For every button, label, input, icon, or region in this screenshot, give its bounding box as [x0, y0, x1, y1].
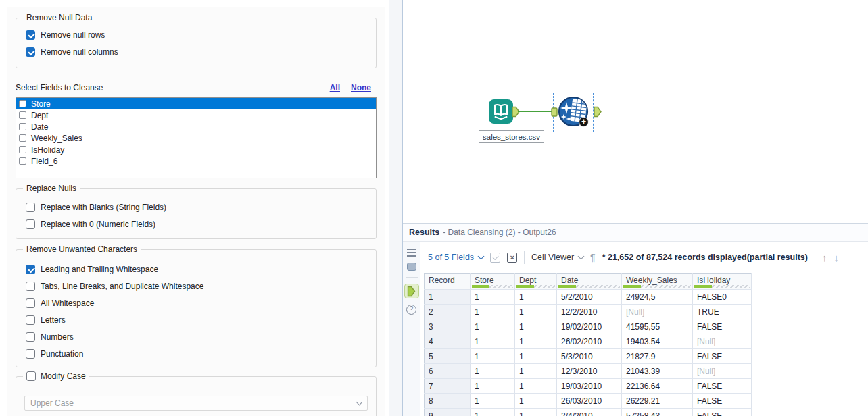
record-number-cell[interactable]: 6 [425, 364, 471, 379]
input-anchor-icon[interactable] [551, 107, 558, 117]
checkbox-option[interactable]: Leading and Trailing Whitespace [26, 265, 376, 274]
data-cell[interactable]: [Null] [693, 364, 752, 379]
checkbox-option[interactable]: All Whitespace [26, 298, 376, 308]
data-cell[interactable]: TRUE [693, 305, 752, 319]
data-cell[interactable]: 1 [515, 334, 557, 349]
data-cell[interactable]: 1 [515, 394, 557, 409]
data-cell[interactable]: [Null] [622, 305, 693, 319]
fields-selector-dropdown[interactable]: 5 of 5 Fields [428, 253, 483, 262]
data-cell[interactable]: 1 [471, 305, 515, 319]
checkbox-option[interactable]: Punctuation [26, 349, 376, 359]
add-tool-plus-icon[interactable]: + [579, 117, 589, 127]
data-cell[interactable]: 12/3/2010 [557, 364, 622, 379]
data-cell[interactable]: 24924,5 [622, 290, 693, 305]
data-cell[interactable]: 1 [471, 379, 515, 394]
checkbox-option[interactable]: Tabs, Line Breaks, and Duplicate Whitesp… [26, 282, 376, 291]
modify-case-checkbox[interactable] [26, 371, 36, 381]
checkbox[interactable] [26, 265, 35, 274]
case-dropdown[interactable]: Upper Case [24, 396, 368, 411]
data-cell[interactable]: 26229.21 [622, 394, 693, 409]
workflow-canvas[interactable]: + sales_stores.csv [403, 0, 868, 224]
data-cell[interactable]: 19/03/2010 [557, 379, 622, 394]
data-cell[interactable]: 1 [515, 409, 557, 416]
data-cell[interactable]: 26/03/2010 [557, 394, 622, 409]
checkbox[interactable] [26, 30, 35, 40]
column-header[interactable]: Dept [515, 274, 557, 290]
field-row[interactable]: Store [16, 98, 376, 109]
record-number-cell[interactable]: 9 [425, 409, 471, 416]
checkbox[interactable] [26, 332, 35, 342]
data-cell[interactable]: 1 [471, 290, 515, 305]
data-cell[interactable]: 1 [471, 394, 515, 409]
field-row[interactable]: Date [16, 121, 376, 132]
record-number-cell[interactable]: 3 [425, 319, 471, 334]
record-number-cell[interactable]: 7 [425, 379, 471, 394]
data-cell[interactable]: 1 [515, 364, 557, 379]
cell-viewer-dropdown[interactable]: Cell Viewer [531, 253, 583, 262]
data-cell[interactable]: 2/4/2010 [557, 409, 622, 416]
input-data-tool[interactable] [489, 99, 513, 124]
checkbox-option[interactable]: Remove null rows [26, 30, 376, 40]
fields-listbox[interactable]: StoreDeptDateWeekly_SalesIsHolidayField_… [16, 97, 377, 178]
clear-selection-icon[interactable]: × [507, 253, 517, 263]
whitespace-toggle-icon[interactable]: ¶ [590, 252, 596, 263]
column-header[interactable]: Weekly_Sales [622, 274, 693, 290]
checkbox[interactable] [26, 203, 35, 212]
data-cell[interactable]: 12/2/2010 [557, 305, 622, 319]
data-cell[interactable]: 5/2/2010 [557, 290, 622, 305]
checkbox-option[interactable]: Letters [26, 315, 376, 325]
data-cell[interactable]: 1 [471, 409, 515, 416]
data-cell[interactable]: 1 [515, 319, 557, 334]
field-row[interactable]: Dept [16, 109, 376, 121]
data-cell[interactable]: 21043.39 [622, 364, 693, 379]
column-header[interactable]: IsHoliday [693, 274, 752, 290]
checkbox[interactable] [26, 219, 35, 229]
config-scroll-gutter[interactable] [389, 0, 402, 416]
record-number-cell[interactable]: 1 [425, 290, 471, 305]
data-cell[interactable]: 5/3/2010 [557, 349, 622, 364]
record-number-cell[interactable]: 5 [425, 349, 471, 364]
output-anchor-icon[interactable] [594, 106, 602, 118]
checkbox[interactable] [19, 111, 26, 119]
tool-annotation[interactable]: sales_stores.csv [479, 130, 544, 143]
data-cell[interactable]: 1 [515, 305, 557, 319]
data-cell[interactable]: FALSE [693, 394, 752, 409]
record-number-cell[interactable]: 4 [425, 334, 471, 349]
field-row[interactable]: Field_6 [16, 155, 376, 167]
select-all-link[interactable]: All [330, 83, 340, 93]
data-cell[interactable]: FALSE [693, 379, 752, 394]
checkbox[interactable] [19, 146, 26, 153]
checkbox[interactable] [19, 134, 26, 142]
data-cell[interactable]: 1 [515, 290, 557, 305]
help-icon[interactable]: ? [406, 305, 416, 315]
data-cell[interactable]: 22136.64 [622, 379, 693, 394]
select-fields-check-icon[interactable] [490, 253, 500, 263]
scroll-up-icon[interactable]: ↑ [822, 252, 827, 263]
checkbox-option[interactable]: Replace with 0 (Numeric Fields) [26, 219, 376, 229]
data-cell[interactable]: 1 [471, 319, 515, 334]
data-cell[interactable]: 19403.54 [622, 334, 693, 349]
output-anchor-button[interactable] [404, 284, 419, 298]
checkbox[interactable] [26, 315, 35, 325]
checkbox[interactable] [19, 123, 26, 130]
connection-line[interactable] [518, 111, 552, 112]
data-cell[interactable]: FALSE [693, 409, 752, 416]
data-cell[interactable]: FALSE [693, 349, 752, 364]
data-cell[interactable]: FALSE [693, 319, 752, 334]
column-header[interactable]: Store [471, 274, 515, 290]
checkbox[interactable] [26, 282, 35, 291]
column-header[interactable]: Date [557, 274, 622, 290]
field-row[interactable]: IsHoliday [16, 144, 376, 155]
checkbox[interactable] [26, 298, 35, 308]
data-cell[interactable]: 19/02/2010 [557, 319, 622, 334]
data-cell[interactable]: 1 [471, 349, 515, 364]
checkbox-option[interactable]: Numbers [26, 332, 376, 342]
checkbox[interactable] [19, 157, 26, 165]
checkbox[interactable] [26, 47, 35, 57]
checkbox[interactable] [26, 349, 35, 359]
metadata-icon[interactable] [407, 263, 416, 271]
list-icon[interactable] [407, 249, 416, 257]
data-cell[interactable]: 41595,55 [622, 319, 693, 334]
data-cell[interactable]: [Null] [693, 334, 752, 349]
checkbox[interactable] [19, 100, 26, 107]
